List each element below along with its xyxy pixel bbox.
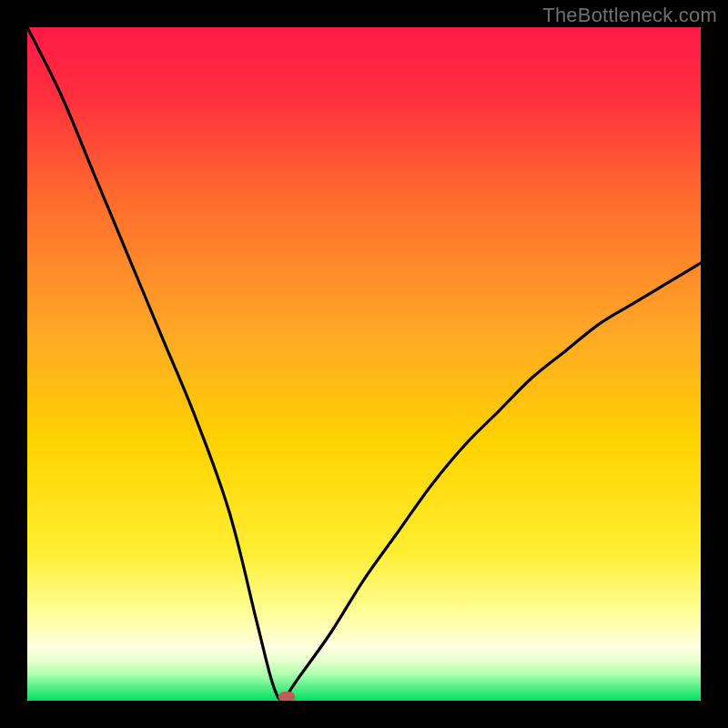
- bottleneck-curve: [27, 27, 701, 701]
- plot-area: [27, 27, 701, 701]
- chart-frame: TheBottleneck.com: [0, 0, 728, 728]
- optimal-marker: [278, 692, 295, 701]
- watermark-text: TheBottleneck.com: [542, 4, 717, 27]
